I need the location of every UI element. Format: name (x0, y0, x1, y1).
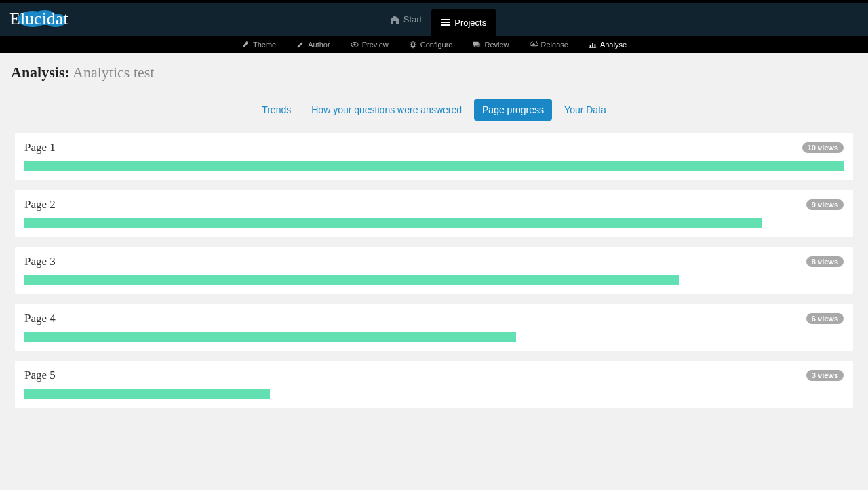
top-nav: StartProjects (85, 3, 791, 36)
page-card: Page 53 views (15, 361, 853, 408)
bar-track (24, 275, 844, 285)
analysis-tabs: TrendsHow your questions were answeredPa… (0, 99, 868, 121)
topnav-label: Start (403, 14, 422, 24)
subnav-preview[interactable]: Preview (347, 38, 393, 52)
pencil-icon (296, 41, 304, 49)
cog-icon (409, 41, 417, 49)
page-title-prefix: Analysis: (11, 64, 70, 81)
subnav-configure[interactable]: Configure (405, 38, 457, 52)
page-name: Page 1 (24, 141, 56, 155)
page-title: Analysis: Analytics test (0, 53, 868, 87)
bar-track (24, 218, 844, 228)
subnav-theme[interactable]: Theme (237, 38, 280, 52)
views-badge: 3 views (806, 370, 844, 381)
page-title-name: Analytics test (73, 64, 154, 81)
tab-trends[interactable]: Trends (254, 99, 299, 121)
tab-how-your-questions-were-answered[interactable]: How your questions were answered (303, 99, 470, 121)
page-name: Page 4 (24, 312, 56, 325)
tab-page-progress[interactable]: Page progress (474, 99, 552, 121)
tab-your-data[interactable]: Your Data (556, 99, 614, 121)
bar-fill (24, 332, 516, 342)
subnav-release[interactable]: Release (526, 38, 572, 52)
page-name: Page 5 (24, 369, 56, 382)
subnav-review[interactable]: Review (469, 38, 513, 52)
page-card: Page 46 views (15, 304, 853, 351)
views-badge: 9 views (806, 199, 844, 210)
topnav-start[interactable]: Start (380, 3, 431, 36)
bar-fill (24, 275, 679, 285)
page-name: Page 2 (24, 198, 56, 211)
page-card: Page 29 views (15, 190, 853, 237)
subnav-analyse[interactable]: Analyse (585, 38, 631, 52)
subnav-label: Author (308, 41, 330, 49)
subnav-label: Release (541, 41, 568, 49)
subnav-label: Review (484, 41, 509, 49)
subnav-label: Theme (253, 41, 276, 49)
sub-nav: ThemeAuthorPreviewConfigureReviewRelease… (0, 36, 868, 53)
cloud-up-icon (530, 41, 538, 49)
subnav-label: Analyse (600, 41, 627, 49)
page-name: Page 3 (24, 255, 56, 268)
logo[interactable]: Elucidat (8, 5, 85, 34)
views-badge: 10 views (802, 142, 844, 153)
list-icon (441, 18, 450, 27)
topnav-projects[interactable]: Projects (431, 9, 496, 36)
subnav-label: Configure (420, 41, 453, 49)
page-progress-list: Page 110 viewsPage 29 viewsPage 38 views… (0, 133, 868, 408)
bar-track (24, 161, 844, 171)
svg-text:Elucidat: Elucidat (9, 9, 68, 28)
eye-icon (351, 41, 359, 49)
views-badge: 8 views (806, 256, 844, 267)
subnav-label: Preview (362, 41, 389, 49)
home-icon (390, 15, 399, 24)
page-card: Page 110 views (15, 133, 853, 180)
page-card: Page 38 views (15, 247, 853, 294)
topbar: Elucidat StartProjects ThemeAuthorPrevie… (0, 0, 868, 53)
brush-icon (241, 41, 250, 49)
subnav-author[interactable]: Author (292, 38, 334, 52)
topnav-label: Projects (454, 18, 486, 28)
bar-fill (24, 389, 270, 399)
bar-fill (24, 218, 762, 228)
bar-chart-icon (589, 41, 597, 49)
views-badge: 6 views (806, 313, 844, 324)
bar-fill (24, 161, 844, 171)
comments-icon (473, 41, 481, 49)
bar-track (24, 332, 844, 342)
bar-track (24, 389, 844, 399)
